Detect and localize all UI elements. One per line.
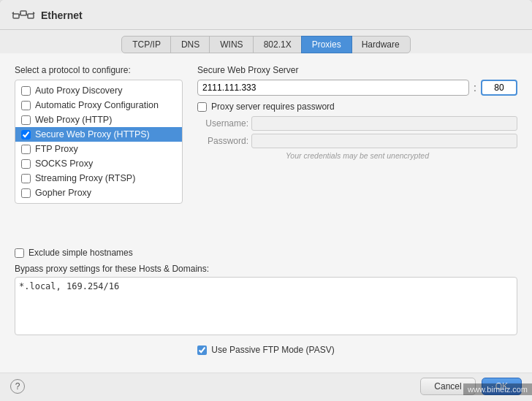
svg-rect-0 — [13, 14, 19, 18]
pasv-label: Use Passive FTP Mode (PASV) — [211, 345, 334, 355]
protocol-streaming-rtsp-label: Streaming Proxy (RTSP) — [35, 173, 135, 183]
password-required-label: Proxy server requires password — [211, 102, 335, 112]
network-icon — [12, 7, 35, 23]
protocol-streaming-rtsp[interactable]: Streaming Proxy (RTSP) — [15, 171, 182, 186]
protocol-web-http-label: Web Proxy (HTTP) — [35, 115, 112, 125]
password-required-checkbox[interactable] — [197, 102, 207, 112]
checkbox-web-http[interactable] — [21, 115, 31, 125]
protocol-ftp[interactable]: FTP Proxy — [15, 142, 182, 156]
username-input[interactable] — [251, 116, 517, 131]
checkbox-ftp[interactable] — [21, 145, 31, 154]
checkbox-auto-discovery[interactable] — [21, 86, 31, 96]
window-title: Ethernet — [41, 9, 83, 21]
protocol-gopher-label: Gopher Proxy — [35, 188, 91, 198]
proxy-server-heading: Secure Web Proxy Server — [197, 65, 517, 75]
protocol-secure-web-https-label: Secure Web Proxy (HTTPS) — [35, 129, 150, 140]
bypass-textarea[interactable]: *.local, 169.254/16 — [15, 277, 517, 335]
protocol-socks-label: SOCKS Proxy — [35, 159, 93, 169]
protocol-auto-config-label: Automatic Proxy Configuration — [35, 100, 159, 110]
protocol-socks[interactable]: SOCKS Proxy — [15, 156, 182, 171]
checkbox-streaming-rtsp[interactable] — [21, 174, 31, 183]
protocol-auto-discovery[interactable]: Auto Proxy Discovery — [15, 83, 182, 98]
tab-tcp-ip[interactable]: TCP/IP — [121, 36, 172, 53]
colon-separator: : — [474, 82, 476, 93]
username-label: Username: — [197, 118, 248, 129]
tab-dns[interactable]: DNS — [170, 36, 210, 53]
checkbox-auto-config[interactable] — [21, 101, 31, 110]
protocol-list: Auto Proxy Discovery Automatic Proxy Con… — [15, 80, 183, 204]
exclude-hostnames-label: Exclude simple hostnames — [28, 248, 133, 258]
checkbox-secure-web-https[interactable] — [21, 130, 31, 140]
svg-rect-2 — [28, 14, 34, 18]
help-button[interactable]: ? — [10, 379, 25, 394]
protocol-web-http[interactable]: Web Proxy (HTTP) — [15, 112, 182, 127]
svg-rect-1 — [20, 11, 26, 15]
pasv-checkbox[interactable] — [197, 345, 207, 355]
tab-802-1x[interactable]: 802.1X — [253, 36, 303, 53]
tabs-bar: TCP/IP DNS WINS 802.1X Proxies Hardware — [0, 30, 532, 53]
protocol-secure-web-https[interactable]: Secure Web Proxy (HTTPS) — [15, 127, 182, 142]
protocol-auto-config[interactable]: Automatic Proxy Configuration — [15, 98, 182, 112]
unencrypted-note: Your credentials may be sent unencrypted — [197, 151, 517, 160]
tab-proxies[interactable]: Proxies — [301, 36, 352, 53]
tab-hardware[interactable]: Hardware — [351, 36, 411, 53]
watermark: www.bimeiz.com — [463, 383, 532, 395]
password-label: Password: — [197, 136, 248, 146]
tab-wins[interactable]: WINS — [209, 36, 254, 53]
protocol-gopher[interactable]: Gopher Proxy — [15, 186, 182, 200]
protocol-section-label: Select a protocol to configure: — [15, 65, 183, 75]
protocol-auto-discovery-label: Auto Proxy Discovery — [35, 85, 122, 96]
exclude-hostnames-checkbox[interactable] — [15, 248, 24, 258]
protocol-ftp-label: FTP Proxy — [35, 144, 78, 154]
checkbox-gopher[interactable] — [21, 188, 31, 198]
checkbox-socks[interactable] — [21, 159, 31, 169]
server-port-input[interactable] — [481, 80, 517, 96]
bottom-bar: ? Cancel OK — [0, 373, 532, 401]
server-address-input[interactable] — [197, 80, 469, 96]
password-input[interactable] — [251, 134, 517, 148]
bypass-label: Bypass proxy settings for these Hosts & … — [15, 264, 517, 274]
